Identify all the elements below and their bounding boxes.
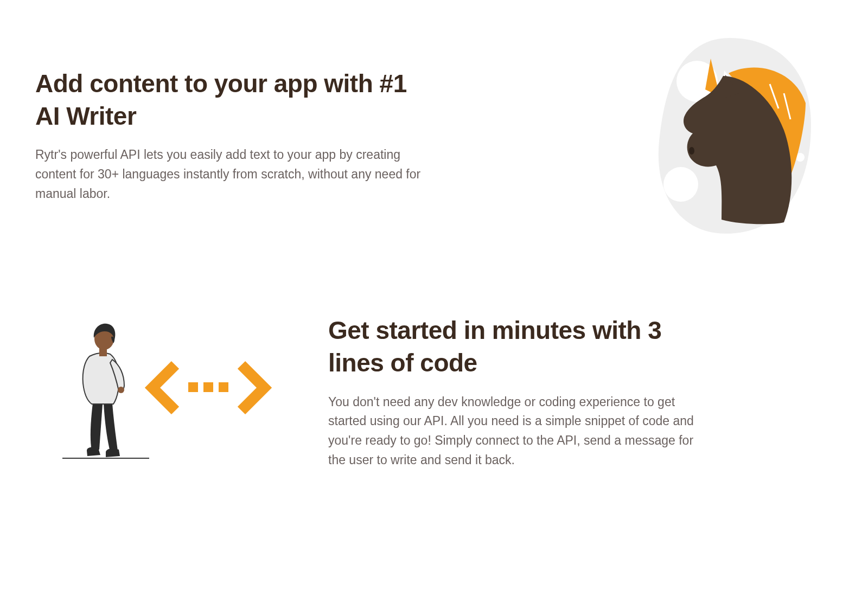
svg-point-5 <box>118 387 124 393</box>
svg-point-1 <box>663 167 698 202</box>
unicorn-icon <box>627 33 833 239</box>
svg-point-3 <box>689 147 694 155</box>
body-add-content: Rytr's powerful API lets you easily add … <box>35 145 426 203</box>
person-code-illustration <box>35 316 274 468</box>
text-block-2: Get started in minutes with 3 lines of c… <box>328 315 708 470</box>
svg-rect-8 <box>188 382 198 392</box>
svg-rect-9 <box>203 382 213 392</box>
section-get-started: Get started in minutes with 3 lines of c… <box>35 315 833 470</box>
section-add-content: Add content to your app with #1 AI Write… <box>35 33 833 239</box>
text-block-1: Add content to your app with #1 AI Write… <box>35 68 426 204</box>
svg-rect-10 <box>219 382 228 392</box>
person-code-icon <box>35 316 274 468</box>
unicorn-illustration <box>627 33 833 239</box>
heading-add-content: Add content to your app with #1 AI Write… <box>35 68 426 133</box>
body-get-started: You don't need any dev knowledge or codi… <box>328 393 708 470</box>
heading-get-started: Get started in minutes with 3 lines of c… <box>328 315 708 380</box>
